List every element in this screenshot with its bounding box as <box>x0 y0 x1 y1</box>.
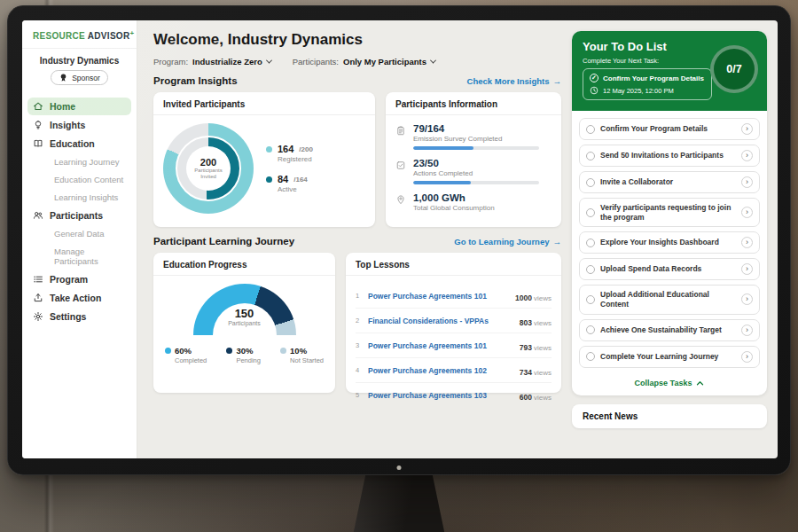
task-checkbox[interactable] <box>586 152 595 160</box>
chevron-down-icon <box>266 58 272 64</box>
lesson-title-link[interactable]: Financial Considerations - VPPAs <box>368 317 514 325</box>
actions-completed-row: 23/50 Actions Completed <box>395 158 552 184</box>
arrow-right-icon: → <box>553 237 562 246</box>
sidebar-item-label: Learning Journey <box>54 157 119 167</box>
active-value: 84 <box>278 174 288 184</box>
completed-label: Completed <box>175 356 207 364</box>
lesson-title-link[interactable]: Power Purchase Agreements 102 <box>368 366 514 375</box>
chevron-right-icon[interactable]: › <box>741 325 753 336</box>
participants-filter-value: Only My Participants <box>343 57 426 66</box>
sidebar-item-education[interactable]: Education <box>27 135 131 153</box>
task-checkbox[interactable] <box>586 352 595 361</box>
task-checkbox[interactable] <box>586 178 595 187</box>
check-more-insights-link[interactable]: Check More Insights → <box>467 76 561 86</box>
lesson-row[interactable]: 1 Power Purchase Agreements 101 1000view… <box>356 284 552 309</box>
task-verify-participants[interactable]: Verify participants requesting to join t… <box>579 198 760 227</box>
invited-card-title: Invited Participants <box>153 92 375 115</box>
task-invite-collaborator[interactable]: Invite a Collaborator › <box>579 171 760 193</box>
task-explore-insights[interactable]: Explore Your Insights Dashboard › <box>579 231 760 254</box>
chevron-right-icon[interactable]: › <box>741 150 753 161</box>
sidebar-item-home[interactable]: Home <box>27 98 131 115</box>
sidebar-item-learning-journey[interactable]: Learning Journey <box>27 153 131 170</box>
task-checkbox[interactable] <box>586 265 595 274</box>
task-checkbox[interactable] <box>586 325 595 334</box>
sidebar-item-insights[interactable]: Insights <box>27 116 131 134</box>
main-content: Welcome, Industry Dynamics Program: Indu… <box>137 20 572 458</box>
sidebar-item-general-data[interactable]: General Data <box>27 225 131 242</box>
brand-resource: RESOURCE <box>33 31 85 41</box>
chevron-right-icon[interactable]: › <box>741 123 753 135</box>
learning-cards-row: Education Progress 150 Participants 60 <box>153 253 561 393</box>
recent-news-header[interactable]: Recent News <box>572 404 767 428</box>
invited-donut-center: 200 Participants Invited <box>186 146 231 191</box>
learning-journey-title: Participant Learning Journey <box>153 236 294 246</box>
task-checkbox[interactable] <box>586 239 595 247</box>
sidebar-item-participants[interactable]: Participants <box>27 207 131 224</box>
power-led <box>397 466 402 470</box>
global-consumption-value: 1,000 GWh <box>413 192 495 203</box>
recent-news-title: Recent News <box>583 411 638 421</box>
chevron-right-icon[interactable]: › <box>741 293 753 305</box>
org-block: Industry Dynamics Sponsor <box>22 49 137 90</box>
task-label: Explore Your Insights Dashboard <box>600 238 736 247</box>
sidebar-item-program[interactable]: Program <box>27 270 131 288</box>
clock-icon <box>590 86 598 95</box>
lesson-views-word: views <box>534 369 552 377</box>
sidebar-item-education-content[interactable]: Education Content <box>27 171 131 188</box>
arrow-right-icon: → <box>553 76 562 86</box>
sidebar-item-take-action[interactable]: Take Action <box>27 289 131 307</box>
task-achieve-sustainability-target[interactable]: Achieve One Sustainability Target › <box>579 319 760 341</box>
brand-plus: + <box>129 29 134 37</box>
lesson-row[interactable]: 2 Financial Considerations - VPPAs 803vi… <box>356 309 552 333</box>
actions-completed-progress-fill <box>413 181 471 184</box>
insights-cards-row: Invited Participants 200 Participants In… <box>153 92 561 227</box>
monitor-stand <box>353 473 445 532</box>
link-label: Go to Learning Journey <box>454 237 549 246</box>
chevron-right-icon[interactable]: › <box>741 176 753 188</box>
info-card-title: Participants Information <box>386 92 561 115</box>
sidebar-item-manage-participants[interactable]: Manage Participants <box>27 243 131 270</box>
task-send-invitations[interactable]: Send 50 Invitations to Participants › <box>579 145 760 167</box>
task-upload-spend-data[interactable]: Upload Spend Data Records › <box>579 258 760 280</box>
task-checkbox[interactable] <box>586 125 595 134</box>
education-center-value: 150 <box>193 307 296 320</box>
lesson-row[interactable]: 5 Power Purchase Agreements 103 600views <box>356 383 552 407</box>
lesson-views-word: views <box>534 394 552 402</box>
task-checkbox[interactable] <box>586 208 595 217</box>
lesson-title-link[interactable]: Power Purchase Agreements 103 <box>368 391 514 400</box>
lesson-views: 803 <box>520 318 532 327</box>
task-complete-learning-journey[interactable]: Complete Your Learning Journey › <box>579 346 760 368</box>
lesson-row[interactable]: 3 Power Purchase Agreements 101 793views <box>356 333 552 358</box>
task-checkbox[interactable] <box>586 295 595 304</box>
next-task-label: Confirm Your Program Details <box>603 74 704 82</box>
lesson-title-link[interactable]: Power Purchase Agreements 101 <box>368 341 514 350</box>
task-upload-educational-content[interactable]: Upload Additional Educational Content › <box>579 285 760 314</box>
todo-header: Your To Do List Complete Your Next Task:… <box>572 31 767 111</box>
task-label: Complete Your Learning Journey <box>600 352 736 362</box>
lesson-views: 734 <box>520 368 532 377</box>
legend-pending: 30% Pending <box>226 346 261 364</box>
sidebar-item-learning-insights[interactable]: Learning Insights <box>27 189 131 206</box>
program-filter-select[interactable]: Industrialize Zero <box>192 57 271 66</box>
go-to-learning-journey-link[interactable]: Go to Learning Journey → <box>454 237 561 246</box>
chevron-right-icon[interactable]: › <box>741 263 753 275</box>
lesson-row[interactable]: 4 Power Purchase Agreements 102 734views <box>356 358 552 383</box>
chevron-right-icon[interactable]: › <box>741 351 753 363</box>
gear-icon <box>33 311 43 322</box>
collapse-tasks-button[interactable]: Collapse Tasks <box>572 374 767 395</box>
lesson-views: 793 <box>520 343 532 352</box>
check-icon: ✓ <box>590 74 598 82</box>
active-total: /164 <box>293 176 308 184</box>
task-confirm-program[interactable]: Confirm Your Program Details › <box>579 118 760 140</box>
chevron-right-icon[interactable]: › <box>741 207 753 218</box>
chevron-right-icon[interactable]: › <box>741 237 753 248</box>
task-label: Upload Spend Data Records <box>600 264 736 274</box>
todo-card: Your To Do List Complete Your Next Task:… <box>572 31 767 395</box>
lesson-title-link[interactable]: Power Purchase Agreements 101 <box>368 292 510 301</box>
participants-filter-select[interactable]: Only My Participants <box>343 57 435 66</box>
org-name: Industry Dynamics <box>27 56 131 66</box>
sidebar-item-settings[interactable]: Settings <box>27 308 131 325</box>
active-dot <box>266 176 272 183</box>
global-consumption-label: Total Global Consumption <box>413 204 495 212</box>
education-progress-card: Education Progress 150 Participants 60 <box>153 253 335 393</box>
